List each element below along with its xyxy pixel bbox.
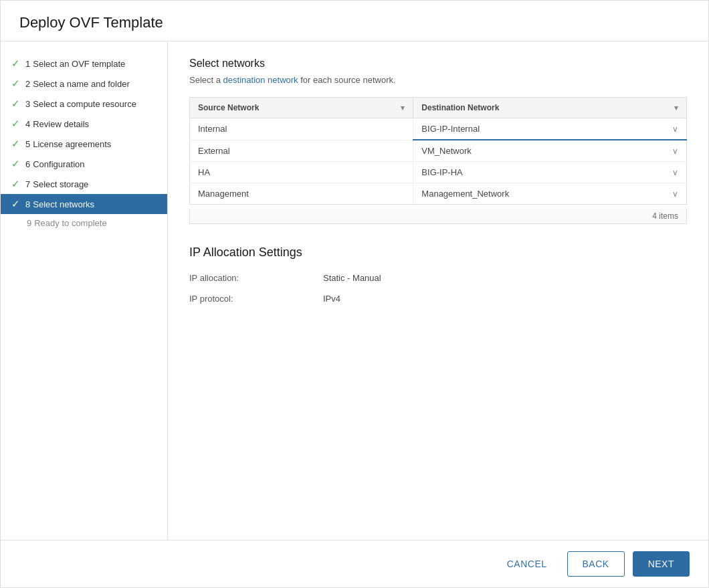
network-table: Source Network ▾ Destination Network ▾ xyxy=(189,97,687,205)
destination-network-link[interactable]: destination network xyxy=(223,75,298,85)
section-title: Select networks xyxy=(189,58,687,70)
dialog-header: Deploy OVF Template xyxy=(1,1,708,41)
dest-filter-icon[interactable]: ▾ xyxy=(674,104,678,112)
step-num-8: 8 xyxy=(25,199,30,209)
check-icon-6: ✓ xyxy=(11,158,20,170)
dest-value: Management_Network xyxy=(421,189,509,199)
table-row: Internal BIG-IP-Internal ∨ xyxy=(190,118,687,140)
sidebar-item-3[interactable]: ✓ 3 Select a compute resource xyxy=(1,94,167,114)
next-button[interactable]: NEXT xyxy=(633,551,690,577)
check-icon-4: ✓ xyxy=(11,118,20,130)
sidebar-item-8[interactable]: ✓ 8 Select networks xyxy=(1,194,167,214)
step-num-4: 4 xyxy=(25,119,30,129)
source-cell: HA xyxy=(190,162,413,183)
step-num-3: 3 xyxy=(25,99,30,109)
table-row: Management Management_Network ∨ xyxy=(190,183,687,205)
section-desc: Select a destination network for each so… xyxy=(189,75,687,85)
dest-value: VM_Network xyxy=(421,146,471,156)
dest-cell[interactable]: BIG-IP-HA ∨ xyxy=(413,162,687,183)
step-num-1: 1 xyxy=(25,59,30,69)
dest-cell[interactable]: Management_Network ∨ xyxy=(413,183,687,205)
col-source-header: Source Network ▾ xyxy=(190,98,413,118)
section-desc-prefix: Select a xyxy=(189,75,223,85)
sidebar-item-2[interactable]: ✓ 2 Select a name and folder xyxy=(1,74,167,94)
sidebar-label-9: Ready to complete xyxy=(34,218,106,228)
ip-allocation-row: IP allocation: Static - Manual xyxy=(189,273,687,283)
dialog-footer: CANCEL BACK NEXT xyxy=(1,540,708,587)
chevron-down-icon: ∨ xyxy=(672,146,678,156)
ip-allocation-value: Static - Manual xyxy=(323,273,381,283)
source-cell: Internal xyxy=(190,118,413,140)
check-icon-7: ✓ xyxy=(11,178,20,190)
dest-cell[interactable]: VM_Network ∨ xyxy=(413,140,687,162)
step-num-5: 5 xyxy=(25,139,30,149)
sidebar-label-8: Select networks xyxy=(33,199,94,209)
ip-allocation-section: IP Allocation Settings IP allocation: St… xyxy=(189,246,687,304)
deploy-ovf-dialog: Deploy OVF Template ✓ 1 Select an OVF te… xyxy=(0,0,709,588)
ip-protocol-label: IP protocol: xyxy=(189,294,323,304)
chevron-down-icon: ∨ xyxy=(672,168,678,177)
sidebar-label-4: Review details xyxy=(33,119,89,129)
ip-protocol-value: IPv4 xyxy=(323,294,340,304)
dest-value: BIG-IP-HA xyxy=(421,167,462,177)
chevron-down-icon: ∨ xyxy=(672,189,678,199)
chevron-down-icon: ∨ xyxy=(672,124,678,134)
sidebar-label-6: Configuration xyxy=(33,159,84,169)
table-footer: 4 items xyxy=(189,209,687,224)
step-num-7: 7 xyxy=(25,179,30,189)
col-dest-header: Destination Network ▾ xyxy=(413,98,687,118)
check-icon-3: ✓ xyxy=(11,98,20,110)
sidebar-label-1: Select an OVF template xyxy=(33,59,125,69)
ip-protocol-row: IP protocol: IPv4 xyxy=(189,294,687,304)
sidebar-label-5: License agreements xyxy=(33,139,111,149)
step-num-9: 9 xyxy=(27,218,31,228)
step-num-6: 6 xyxy=(25,159,30,169)
step-num-2: 2 xyxy=(25,79,30,89)
sidebar-item-7[interactable]: ✓ 7 Select storage xyxy=(1,174,167,194)
sidebar-label-7: Select storage xyxy=(33,179,88,189)
dest-cell[interactable]: BIG-IP-Internal ∨ xyxy=(413,118,687,140)
ip-section-title: IP Allocation Settings xyxy=(189,246,687,260)
ip-allocation-label: IP allocation: xyxy=(189,273,323,283)
check-icon-2: ✓ xyxy=(11,78,20,90)
sidebar-item-5[interactable]: ✓ 5 License agreements xyxy=(1,134,167,154)
check-icon-1: ✓ xyxy=(11,58,20,70)
check-icon-8: ✓ xyxy=(11,198,20,210)
main-content: Select networks Select a destination net… xyxy=(168,41,708,540)
sidebar-label-2: Select a name and folder xyxy=(33,79,130,89)
source-cell: Management xyxy=(190,183,413,205)
cancel-button[interactable]: CANCEL xyxy=(495,552,559,576)
table-row: External VM_Network ∨ xyxy=(190,140,687,162)
source-cell: External xyxy=(190,140,413,162)
check-icon-5: ✓ xyxy=(11,138,20,150)
network-table-area: Source Network ▾ Destination Network ▾ xyxy=(189,97,687,224)
back-button[interactable]: BACK xyxy=(567,551,625,577)
sidebar-item-6[interactable]: ✓ 6 Configuration xyxy=(1,154,167,174)
sidebar-item-1[interactable]: ✓ 1 Select an OVF template xyxy=(1,54,167,74)
dest-value: BIG-IP-Internal xyxy=(421,124,480,134)
table-row: HA BIG-IP-HA ∨ xyxy=(190,162,687,183)
sidebar-label-3: Select a compute resource xyxy=(33,99,136,109)
dialog-body: ✓ 1 Select an OVF template ✓ 2 Select a … xyxy=(1,41,708,540)
sidebar-item-9: 9 Ready to complete xyxy=(1,214,167,232)
section-desc-suffix: for each source network. xyxy=(298,75,396,85)
dialog-title: Deploy OVF Template xyxy=(19,14,690,31)
sidebar-item-4[interactable]: ✓ 4 Review details xyxy=(1,114,167,134)
sidebar: ✓ 1 Select an OVF template ✓ 2 Select a … xyxy=(1,41,168,540)
source-filter-icon[interactable]: ▾ xyxy=(401,104,405,112)
